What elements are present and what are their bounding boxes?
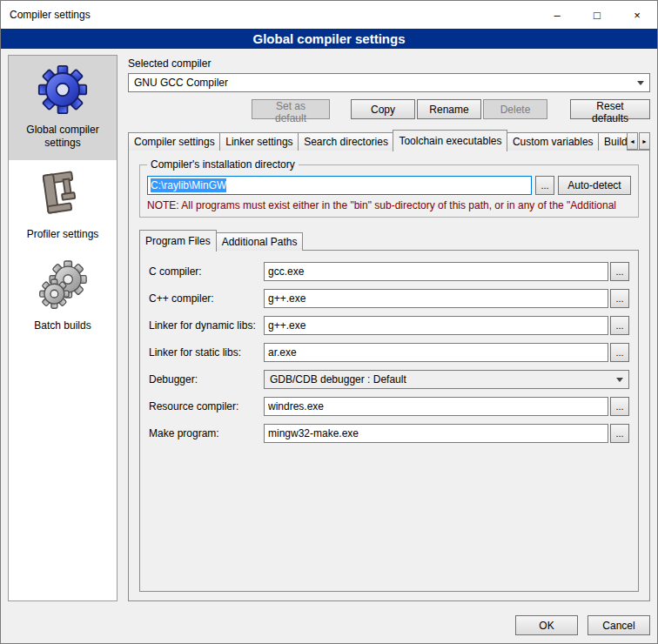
tab-search-directories[interactable]: Search directories [298, 132, 393, 151]
chevron-down-icon [616, 378, 623, 382]
installation-directory-groupbox: Compiler's installation directory C:\ray… [139, 164, 639, 218]
reset-defaults-button[interactable]: Reset defaults [570, 99, 650, 119]
selected-compiler-combobox[interactable]: GNU GCC Compiler [128, 73, 650, 92]
selected-text: C:\raylib\MinGW [151, 178, 226, 192]
linker-static-input[interactable] [264, 343, 608, 362]
c-compiler-label: C compiler: [149, 265, 264, 278]
titlebar[interactable]: Compiler settings – □ × [1, 1, 657, 29]
cpp-compiler-browse-button[interactable]: ... [610, 289, 629, 308]
tab-toolchain-executables[interactable]: Toolchain executables [393, 130, 507, 151]
auto-detect-button[interactable]: Auto-detect [558, 176, 631, 195]
gears-gray-icon [38, 260, 87, 311]
tab-additional-paths[interactable]: Additional Paths [216, 232, 304, 251]
form-row-c-compiler: C compiler: ... [149, 262, 629, 281]
compiler-settings-dialog: Compiler settings – □ × Global compiler … [0, 0, 658, 644]
tab-compiler-settings[interactable]: Compiler settings [128, 132, 220, 151]
resource-compiler-input[interactable] [264, 397, 608, 416]
form-row-debugger: Debugger: GDB/CDB debugger : Default [149, 370, 629, 389]
debugger-value: GDB/CDB debugger : Default [270, 373, 406, 386]
set-as-default-button[interactable]: Set as default [252, 99, 330, 119]
tab-build-options[interactable]: Build [598, 132, 628, 151]
settings-sidebar: Global compiler settings Profiler settin… [8, 55, 118, 601]
form-row-resource-compiler: Resource compiler: ... [149, 397, 629, 416]
dialog-content: Global compiler settings Profiler settin… [1, 49, 657, 608]
window-title: Compiler settings [1, 9, 91, 21]
resource-compiler-label: Resource compiler: [149, 400, 264, 413]
program-files-panel: C compiler: ... C++ compiler: ... Linker… [139, 250, 639, 592]
make-program-input[interactable] [264, 424, 608, 443]
sidebar-item-label: Profiler settings [12, 228, 113, 241]
c-compiler-input[interactable] [264, 262, 608, 281]
settings-tabstrip: Compiler settings Linker settings Search… [128, 130, 650, 151]
linker-static-browse-button[interactable]: ... [610, 343, 629, 362]
tab-scroll-left-icon[interactable]: ◄ [627, 132, 638, 150]
close-button[interactable]: × [617, 1, 657, 29]
form-row-linker-dynamic: Linker for dynamic libs: ... [149, 316, 629, 335]
installation-directory-input[interactable]: C:\raylib\MinGW [147, 176, 532, 195]
main-panel: Selected compiler GNU GCC Compiler Set a… [118, 49, 657, 608]
form-row-linker-static: Linker for static libs: ... [149, 343, 629, 362]
tab-scroll-right-icon[interactable]: ► [639, 132, 650, 150]
tab-custom-variables[interactable]: Custom variables [507, 132, 599, 151]
page-title: Global compiler settings [1, 29, 657, 49]
linker-dynamic-input[interactable] [264, 316, 608, 335]
make-program-browse-button[interactable]: ... [610, 424, 629, 443]
copy-button[interactable]: Copy [351, 99, 415, 119]
dialog-footer: OK Cancel [1, 608, 657, 643]
cpp-compiler-label: C++ compiler: [149, 292, 264, 305]
maximize-button[interactable]: □ [577, 1, 617, 29]
tab-program-files[interactable]: Program Files [139, 230, 217, 252]
linker-static-label: Linker for static libs: [149, 346, 264, 359]
installation-directory-browse-button[interactable]: ... [535, 176, 554, 195]
ok-button[interactable]: OK [515, 615, 578, 635]
installation-directory-row: C:\raylib\MinGW ... Auto-detect [147, 176, 631, 195]
sidebar-item-profiler-settings[interactable]: Profiler settings [9, 160, 117, 252]
tab-linker-settings[interactable]: Linker settings [219, 132, 299, 151]
program-files-tabstrip: Program Files Additional Paths [139, 230, 639, 251]
selected-compiler-value: GNU GCC Compiler [134, 77, 228, 89]
chevron-down-icon [637, 81, 644, 85]
debugger-select[interactable]: GDB/CDB debugger : Default [264, 370, 629, 389]
minimize-button[interactable]: – [537, 1, 577, 29]
debugger-label: Debugger: [149, 373, 264, 386]
linker-dynamic-browse-button[interactable]: ... [610, 316, 629, 335]
make-program-label: Make program: [149, 427, 264, 439]
cancel-button[interactable]: Cancel [588, 615, 650, 635]
toolchain-executables-panel: Compiler's installation directory C:\ray… [128, 150, 650, 601]
delete-button[interactable]: Delete [483, 99, 547, 119]
sidebar-item-global-compiler-settings[interactable]: Global compiler settings [9, 56, 117, 160]
selected-compiler-label: Selected compiler [128, 57, 650, 70]
note-text: NOTE: All programs must exist either in … [147, 199, 631, 211]
sidebar-item-label: Batch builds [12, 319, 113, 332]
groupbox-title: Compiler's installation directory [147, 158, 299, 171]
gear-blue-icon [37, 64, 88, 115]
linker-dynamic-label: Linker for dynamic libs: [149, 319, 264, 332]
compiler-buttons-row: Set as default Copy Rename Delete Reset … [128, 99, 650, 119]
window-controls: – □ × [537, 1, 657, 29]
cpp-compiler-input[interactable] [264, 289, 608, 308]
c-compiler-browse-button[interactable]: ... [610, 262, 629, 281]
sidebar-item-label: Global compiler settings [12, 124, 113, 150]
form-row-cpp-compiler: C++ compiler: ... [149, 289, 629, 308]
sidebar-item-batch-builds[interactable]: Batch builds [9, 252, 117, 343]
rename-button[interactable]: Rename [417, 99, 481, 119]
resource-compiler-browse-button[interactable]: ... [610, 397, 629, 416]
form-row-make-program: Make program: ... [149, 424, 629, 443]
profiler-tool-icon [37, 166, 88, 222]
tab-scroll-buttons: ◄ ► [627, 132, 650, 151]
